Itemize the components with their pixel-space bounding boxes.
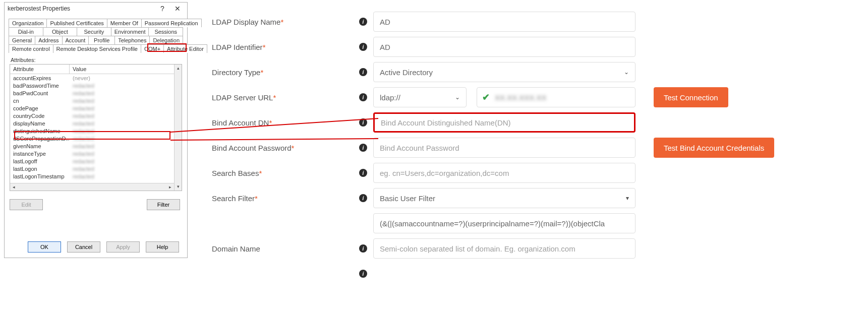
ldap-config-form: LDAP Display Name* i LDAP Identifier* i … bbox=[212, 9, 862, 286]
tab-account[interactable]: Account bbox=[63, 36, 89, 44]
edit-button[interactable]: Edit bbox=[10, 199, 43, 210]
info-icon[interactable]: i bbox=[353, 244, 373, 253]
attr-name: lastLogoff bbox=[10, 158, 70, 164]
bind-account-password-label: Bind Account Password* bbox=[212, 144, 353, 152]
info-icon[interactable]: i bbox=[353, 169, 373, 177]
attr-value: redacted bbox=[70, 173, 182, 179]
attr-value: (never) bbox=[70, 75, 182, 81]
search-bases-input[interactable] bbox=[373, 163, 635, 183]
tab-object[interactable]: Object bbox=[43, 27, 78, 36]
attributes-body[interactable]: accountExpires(never)badPasswordTimereda… bbox=[10, 74, 182, 185]
col-value[interactable]: Value bbox=[70, 65, 182, 74]
tab-address[interactable]: Address bbox=[35, 36, 62, 44]
attr-value: redacted bbox=[70, 151, 182, 157]
test-connection-button[interactable]: Test Connection bbox=[654, 87, 728, 107]
info-icon[interactable]: i bbox=[353, 118, 373, 127]
scroll-left-icon[interactable]: ◂ bbox=[10, 184, 18, 190]
info-icon[interactable]: i bbox=[353, 194, 373, 202]
url-protocol-select[interactable]: ldap://⌄ bbox=[373, 87, 467, 107]
attr-value: redacted bbox=[70, 105, 182, 111]
scroll-up-icon[interactable]: ▴ bbox=[175, 65, 182, 72]
col-attribute[interactable]: Attribute bbox=[10, 65, 70, 74]
tab-member-of[interactable]: Member Of bbox=[107, 19, 142, 27]
bind-account-password-input[interactable] bbox=[373, 138, 635, 158]
tab-remote-control[interactable]: Remote control bbox=[9, 44, 53, 53]
titlebar[interactable]: kerberostest Properties ? ✕ bbox=[5, 3, 187, 15]
table-row[interactable]: lastLogoffredacted bbox=[10, 157, 182, 165]
directory-type-label: Directory Type* bbox=[212, 68, 353, 77]
help-icon[interactable]: ? bbox=[155, 5, 170, 13]
attributes-table[interactable]: Attribute Value accountExpires(never)bad… bbox=[10, 64, 182, 191]
table-row[interactable]: givenNameredacted bbox=[10, 142, 182, 150]
tab-profile[interactable]: Profile bbox=[89, 36, 115, 44]
attr-name: cn bbox=[10, 98, 70, 104]
tab-organization[interactable]: Organization bbox=[9, 19, 47, 27]
table-row[interactable]: accountExpires(never) bbox=[10, 74, 182, 82]
tab-password-replication[interactable]: Password Replication bbox=[142, 19, 202, 27]
tab-dial-in[interactable]: Dial-in bbox=[9, 27, 43, 36]
close-icon[interactable]: ✕ bbox=[170, 5, 185, 13]
domain-name-label: Domain Name bbox=[212, 244, 353, 253]
test-bind-button[interactable]: Test Bind Account Credentials bbox=[654, 138, 774, 158]
tab-remote-desktop-services-profile[interactable]: Remote Desktop Services Profile bbox=[53, 44, 141, 53]
tab-published-certificates[interactable]: Published Certificates bbox=[47, 19, 107, 27]
apply-button[interactable]: Apply bbox=[106, 241, 140, 253]
search-filter-select[interactable]: Basic User Filter▾ bbox=[373, 188, 635, 208]
tab-sessions[interactable]: Sessions bbox=[149, 27, 183, 36]
directory-type-select[interactable]: Active Directory⌄ bbox=[373, 62, 635, 82]
tab-attribute-editor[interactable]: Attribute Editor bbox=[164, 44, 207, 53]
ldap-display-name-input[interactable] bbox=[373, 12, 635, 32]
tab-environment[interactable]: Environment bbox=[111, 27, 149, 36]
attr-value: redacted bbox=[70, 83, 182, 89]
info-icon[interactable]: i bbox=[353, 18, 373, 26]
table-row[interactable]: distinguishedNameredacted bbox=[10, 127, 182, 135]
ok-button[interactable]: OK bbox=[28, 241, 61, 253]
horizontal-scrollbar[interactable]: ◂ ▸ bbox=[10, 183, 174, 191]
attr-value: redacted bbox=[70, 113, 182, 119]
table-row[interactable]: displayNameredacted bbox=[10, 119, 182, 127]
info-icon[interactable]: i bbox=[353, 270, 373, 278]
table-row[interactable]: dSCorePropagationD...redacted bbox=[10, 135, 182, 142]
attr-name: accountExpires bbox=[10, 75, 70, 81]
tab-com-plus[interactable]: COM+ bbox=[141, 44, 164, 53]
attr-value: redacted bbox=[70, 143, 182, 149]
attr-name: givenName bbox=[10, 143, 70, 149]
info-icon[interactable]: i bbox=[353, 43, 373, 51]
cancel-button[interactable]: Cancel bbox=[67, 241, 100, 253]
table-row[interactable]: lastLogonTimestampredacted bbox=[10, 172, 182, 180]
ldap-identifier-input[interactable] bbox=[373, 37, 635, 57]
filter-expression-input[interactable] bbox=[373, 213, 635, 233]
attr-name: badPwdCount bbox=[10, 90, 70, 96]
tab-telephones[interactable]: Telephones bbox=[115, 36, 150, 44]
tab-general[interactable]: General bbox=[9, 36, 35, 44]
table-row[interactable]: countryCoderedacted bbox=[10, 112, 182, 119]
help-button[interactable]: Help bbox=[146, 241, 179, 253]
domain-name-input[interactable] bbox=[373, 238, 635, 259]
bind-account-dn-input[interactable] bbox=[373, 112, 635, 133]
vertical-scrollbar[interactable]: ▴ ▾ bbox=[174, 65, 182, 191]
table-row[interactable]: instanceTyperedacted bbox=[10, 150, 182, 157]
search-filter-label: Search Filter* bbox=[212, 194, 353, 203]
attr-name: displayName bbox=[10, 120, 70, 127]
tab-delegation[interactable]: Delegation bbox=[150, 36, 183, 44]
table-row[interactable]: cnredacted bbox=[10, 97, 182, 104]
table-row[interactable]: lastLogonredacted bbox=[10, 165, 182, 172]
attributes-label: Attributes: bbox=[11, 57, 182, 63]
tab-security[interactable]: Security bbox=[77, 27, 111, 36]
table-row[interactable]: badPwdCountredacted bbox=[10, 89, 182, 97]
info-icon[interactable]: i bbox=[353, 144, 373, 152]
table-row[interactable]: codePageredacted bbox=[10, 104, 182, 112]
attr-name: countryCode bbox=[10, 113, 70, 119]
scroll-right-icon[interactable]: ▸ bbox=[166, 184, 174, 190]
filter-button[interactable]: Filter bbox=[147, 199, 180, 210]
ldap-server-url-label: LDAP Server URL* bbox=[212, 93, 353, 102]
info-icon[interactable]: i bbox=[353, 68, 373, 76]
url-host-input[interactable]: ✔ XX.XX.XXX.XX bbox=[477, 87, 635, 107]
scroll-down-icon[interactable]: ▾ bbox=[175, 183, 182, 191]
check-icon: ✔ bbox=[482, 92, 490, 103]
tab-strip: Organization Published Certificates Memb… bbox=[9, 19, 183, 53]
table-row[interactable]: badPasswordTimeredacted bbox=[10, 82, 182, 89]
info-icon[interactable]: i bbox=[353, 93, 373, 101]
url-host-value: XX.XX.XXX.XX bbox=[495, 93, 547, 102]
attr-name: instanceType bbox=[10, 151, 70, 157]
